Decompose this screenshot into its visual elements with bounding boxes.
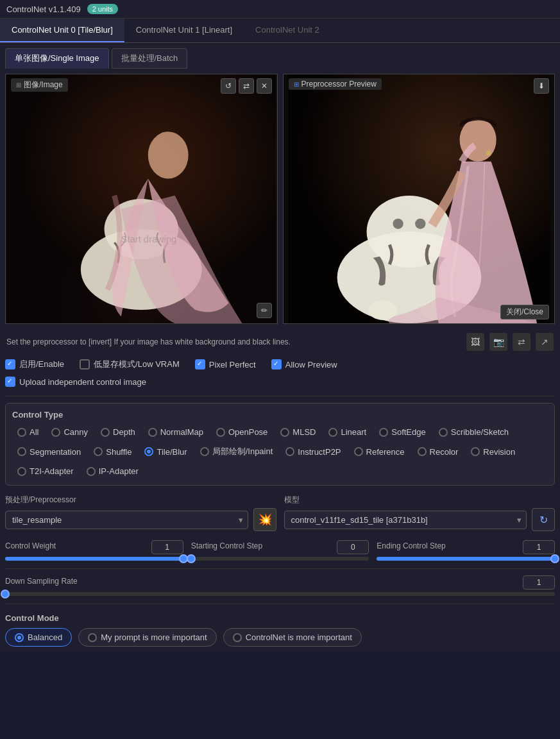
ds-value[interactable]: 1 (523, 575, 555, 590)
es-header: Ending Control Step 1 (377, 540, 555, 554)
radio-inpaint[interactable]: 局部绘制/Inpaint (195, 443, 278, 460)
enable-checkbox[interactable]: 启用/Enable (5, 359, 64, 370)
tab-unit1[interactable]: ControlNet Unit 1 [Lineart] (124, 19, 244, 42)
app-title: ControlNet v1.1.409 (6, 4, 81, 14)
tab-batch[interactable]: 批量处理/Batch (112, 48, 188, 69)
radio-openpose[interactable]: OpenPose (211, 425, 273, 439)
radio-instructp2p[interactable]: InstructP2P (280, 443, 346, 460)
fire-button[interactable]: 💥 (253, 508, 276, 531)
pixel-perfect-checkbox[interactable]: Pixel Perfect (195, 359, 256, 370)
refresh-button[interactable]: ↻ (532, 508, 555, 531)
top-bar: ControlNet v1.1.409 2 units (0, 0, 560, 19)
control-mode-heading: Control Mode (5, 613, 555, 623)
right-panel-controls: ⬇ (534, 78, 549, 94)
radio-shuffle[interactable]: Shuffle (89, 443, 137, 460)
sub-tabs: 单张图像/Single Image 批量处理/Batch (5, 48, 555, 69)
photo-icon[interactable]: 🖼 (466, 333, 484, 351)
radio-lineart[interactable]: Lineart (323, 425, 371, 439)
upload-checkbox[interactable]: Upload independent control image (5, 377, 146, 387)
rotate-icon[interactable]: ↺ (221, 78, 236, 94)
low-vram-cb-box (80, 359, 90, 370)
left-image-panel[interactable]: ⊞ 图像/Image ↺ ⇄ ✕ (5, 74, 278, 324)
control-type-heading: Control Type (12, 410, 548, 420)
model-select-wrapper: control_v11f1e_sd15_tile [a371b31b] ▾ (284, 511, 527, 529)
preprocessor-input-row: tile_resample ▾ 💥 (5, 508, 276, 531)
tip-row: Set the preprocessor to [invert] If your… (5, 329, 555, 355)
tab-unit2[interactable]: ControlNet Unit 2 (244, 19, 331, 42)
close-preview-button[interactable]: 关闭/Close (500, 305, 549, 319)
radio-segmentation-circle (17, 447, 26, 456)
three-sliders: Control Weight 1 Starting Control Step 0… (5, 540, 555, 561)
left-image-label: ⊞ 图像/Image (11, 78, 68, 92)
radio-scribble[interactable]: Scribble/Sketch (434, 425, 514, 439)
radio-canny[interactable]: Canny (46, 425, 93, 439)
arrow-icon[interactable]: ↗ (536, 333, 554, 351)
radio-recolor[interactable]: Recolor (412, 443, 464, 460)
model-col: 模型 control_v11f1e_sd15_tile [a371b31b] ▾… (284, 495, 556, 531)
tip-icons: 🖼 📷 ⇄ ↗ (466, 333, 554, 351)
image-row: ⊞ 图像/Image ↺ ⇄ ✕ (5, 74, 555, 324)
radio-scribble-circle (439, 428, 448, 437)
cw-value[interactable]: 1 (151, 540, 183, 554)
start-drawing-label: Start drawing (121, 234, 176, 244)
radio-segmentation[interactable]: Segmentation (12, 443, 86, 460)
radio-instructp2p-circle (285, 447, 294, 456)
right-image-panel[interactable]: ⊞ Preprocessor Preview ⬇ (283, 74, 556, 324)
radio-all[interactable]: All (12, 425, 44, 439)
ds-label: Down Sampling Rate (5, 577, 78, 586)
camera-icon[interactable]: 📷 (489, 333, 507, 351)
radio-t2i[interactable]: T2I-Adapter (12, 464, 79, 479)
content-area: 单张图像/Single Image 批量处理/Batch ⊞ 图像/Image … (0, 43, 560, 652)
radio-mlsd[interactable]: MLSD (275, 425, 321, 439)
tab-unit0[interactable]: ControlNet Unit 0 [Tile/Blur] (0, 19, 124, 42)
radio-revision-circle (471, 447, 480, 456)
svg-point-15 (486, 150, 491, 155)
radio-balanced[interactable]: Balanced (5, 628, 72, 647)
upload-row: Upload independent control image (5, 377, 555, 387)
swap-icon[interactable]: ⇄ (513, 333, 530, 351)
divider-3 (5, 604, 555, 604)
control-mode-radio-row: Balanced My prompt is more important Con… (5, 628, 555, 647)
control-type-section: Control Type All Canny Depth NormalMap O (5, 403, 555, 486)
radio-mlsd-circle (280, 428, 289, 437)
radio-t2i-circle (17, 467, 26, 476)
units-badge: 2 units (87, 4, 118, 14)
ds-header: Down Sampling Rate 1 (5, 575, 555, 590)
es-label: Ending Control Step (377, 541, 445, 550)
tab-single-image[interactable]: 单张图像/Single Image (5, 48, 109, 69)
radio-ip-adapter[interactable]: IP-Adapter (81, 464, 144, 479)
right-image-bg: 关闭/Close (284, 74, 555, 323)
ss-thumb[interactable] (187, 554, 196, 563)
model-select[interactable]: control_v11f1e_sd15_tile [a371b31b] (284, 511, 527, 529)
radio-canny-circle (51, 428, 60, 437)
es-value[interactable]: 1 (523, 540, 555, 554)
starting-step-col: Starting Control Step 0 (191, 540, 369, 561)
radio-tileblur[interactable]: Tile/Blur (139, 443, 192, 460)
tip-text: Set the preprocessor to [invert] If your… (6, 337, 291, 346)
download-icon[interactable]: ⬇ (534, 78, 549, 94)
radio-controlnet-important[interactable]: ControlNet is more important (223, 628, 362, 647)
close-icon[interactable]: ✕ (257, 78, 272, 94)
flip-icon[interactable]: ⇄ (239, 78, 254, 94)
radio-reference[interactable]: Reference (349, 443, 410, 460)
radio-normalmap[interactable]: NormalMap (143, 425, 208, 439)
radio-softedge[interactable]: SoftEdge (374, 425, 431, 439)
radio-prompt-important[interactable]: My prompt is more important (78, 628, 216, 647)
radio-reference-circle (354, 447, 363, 456)
draw-icon[interactable]: ✏ (257, 303, 272, 318)
svg-point-10 (393, 219, 403, 229)
radio-all-circle (17, 428, 26, 437)
radio-depth[interactable]: Depth (96, 425, 140, 439)
ss-value[interactable]: 0 (337, 540, 369, 554)
svg-point-5 (148, 132, 189, 178)
allow-preview-checkbox[interactable]: Allow Preview (271, 359, 337, 370)
low-vram-checkbox[interactable]: 低显存模式/Low VRAM (80, 359, 180, 370)
es-thumb[interactable] (550, 554, 559, 563)
cw-header: Control Weight 1 (5, 540, 183, 554)
radio-revision[interactable]: Revision (466, 443, 520, 460)
radio-shuffle-circle (94, 447, 103, 456)
preprocessor-select[interactable]: tile_resample (5, 511, 248, 529)
preprocessor-col: 预处理/Preprocessor tile_resample ▾ 💥 (5, 495, 276, 531)
ds-thumb[interactable] (1, 590, 10, 599)
ss-label: Starting Control Step (191, 541, 262, 550)
